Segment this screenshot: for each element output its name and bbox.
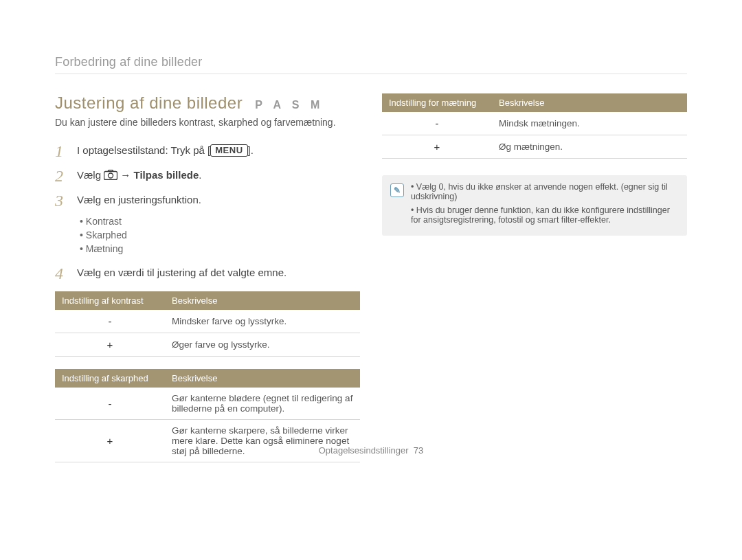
cell-symbol: + — [55, 333, 165, 357]
th-setting: Indstilling for mætning — [382, 93, 492, 112]
table-row: - Mindsk mætningen. — [382, 112, 687, 135]
bullet-skarphed: Skarphed — [80, 229, 360, 240]
step-number: 1 — [55, 142, 67, 159]
step-number: 3 — [55, 191, 67, 209]
step-4: 4 Vælg en værdi til justering af det val… — [55, 264, 360, 282]
step-body: Vælg → Tilpas billede. — [77, 166, 360, 181]
camera-icon — [104, 170, 117, 180]
left-column: Justering af dine billeder P A S M Du ka… — [55, 93, 360, 475]
cell-symbol: + — [382, 135, 492, 159]
svg-rect-0 — [104, 172, 117, 180]
step3-bullets: Kontrast Skarphed Mætning — [80, 216, 360, 254]
th-description: Beskrivelse — [165, 369, 360, 388]
step2-post: . — [199, 169, 201, 181]
menu-badge: MENU — [210, 144, 247, 157]
cell-symbol: - — [55, 310, 165, 333]
footer-page-number: 73 — [414, 445, 423, 456]
step1-post: ]. — [248, 144, 254, 156]
step-body: Vælg en værdi til justering af det valgt… — [77, 264, 360, 278]
step-body: Vælg en justeringsfunktion. — [77, 191, 360, 205]
th-description: Beskrivelse — [492, 93, 687, 112]
steps-list: 1 I optagelsestilstand: Tryk på [MENU]. … — [55, 142, 360, 282]
page: Forbedring af dine billeder Justering af… — [0, 0, 742, 475]
cell-desc: Øger farve og lysstyrke. — [165, 333, 360, 357]
table-row: - Gør kanterne blødere (egnet til redige… — [55, 388, 360, 420]
title-text: Justering af dine billeder — [55, 93, 243, 113]
breadcrumb: Forbedring af dine billeder — [55, 55, 687, 74]
step2-pre: Vælg — [77, 169, 104, 181]
svg-point-1 — [109, 173, 113, 178]
step1-pre: I optagelsestilstand: Tryk på [ — [77, 144, 210, 156]
table-header-row: Indstilling af skarphed Beskrivelse — [55, 369, 360, 388]
table-header-row: Indstilling af kontrast Beskrivelse — [55, 291, 360, 310]
table-row: + Øger farve og lysstyrke. — [55, 333, 360, 357]
cell-desc: Øg mætningen. — [492, 135, 687, 159]
step-number: 4 — [55, 264, 67, 282]
step-body: I optagelsestilstand: Tryk på [MENU]. — [77, 142, 360, 157]
cell-desc: Gør kanterne skarpere, så billederne vir… — [165, 420, 360, 462]
step-1: 1 I optagelsestilstand: Tryk på [MENU]. — [55, 142, 360, 159]
note-item: Vælg 0, hvis du ikke ønsker at anvende n… — [411, 182, 679, 201]
mode-badges: P A S M — [255, 99, 324, 111]
cell-symbol: - — [382, 112, 492, 135]
th-setting: Indstilling af kontrast — [55, 291, 165, 310]
table-row: + Gør kanterne skarpere, så billederne v… — [55, 420, 360, 462]
note-icon: ✎ — [390, 183, 404, 197]
cell-symbol: + — [55, 420, 165, 462]
table-contrast: Indstilling af kontrast Beskrivelse - Mi… — [55, 291, 360, 357]
cell-desc: Mindsk mætningen. — [492, 112, 687, 135]
step-number: 2 — [55, 166, 67, 184]
step2-strong: Tilpas billede — [134, 169, 199, 181]
right-column: Indstilling for mætning Beskrivelse - Mi… — [382, 93, 687, 475]
cell-desc: Gør kanterne blødere (egnet til redigeri… — [165, 388, 360, 420]
note-box: ✎ Vælg 0, hvis du ikke ønsker at anvende… — [382, 175, 687, 236]
cell-symbol: - — [55, 388, 165, 420]
bullet-maetning: Mætning — [80, 243, 360, 254]
note-list: Vælg 0, hvis du ikke ønsker at anvende n… — [411, 182, 679, 229]
table-row: + Øg mætningen. — [382, 135, 687, 159]
content-columns: Justering af dine billeder P A S M Du ka… — [55, 93, 687, 475]
th-setting: Indstilling af skarphed — [55, 369, 165, 388]
th-description: Beskrivelse — [165, 291, 360, 310]
table-row: - Mindsker farve og lysstyrke. — [55, 310, 360, 333]
step-3: 3 Vælg en justeringsfunktion. — [55, 191, 360, 209]
bullet-kontrast: Kontrast — [80, 216, 360, 227]
cell-desc: Mindsker farve og lysstyrke. — [165, 310, 360, 333]
intro-text: Du kan justere dine billeders kontrast, … — [55, 117, 360, 128]
step-2: 2 Vælg → Tilpas billede. — [55, 166, 360, 184]
page-title: Justering af dine billeder P A S M — [55, 93, 360, 113]
table-header-row: Indstilling for mætning Beskrivelse — [382, 93, 687, 112]
page-footer: Optagelsesindstillinger 73 — [0, 445, 742, 456]
note-item: Hvis du bruger denne funktion, kan du ik… — [411, 205, 679, 225]
table-saturation: Indstilling for mætning Beskrivelse - Mi… — [382, 93, 687, 159]
step2-arrow: → — [120, 169, 133, 181]
footer-section: Optagelsesindstillinger — [319, 445, 409, 456]
